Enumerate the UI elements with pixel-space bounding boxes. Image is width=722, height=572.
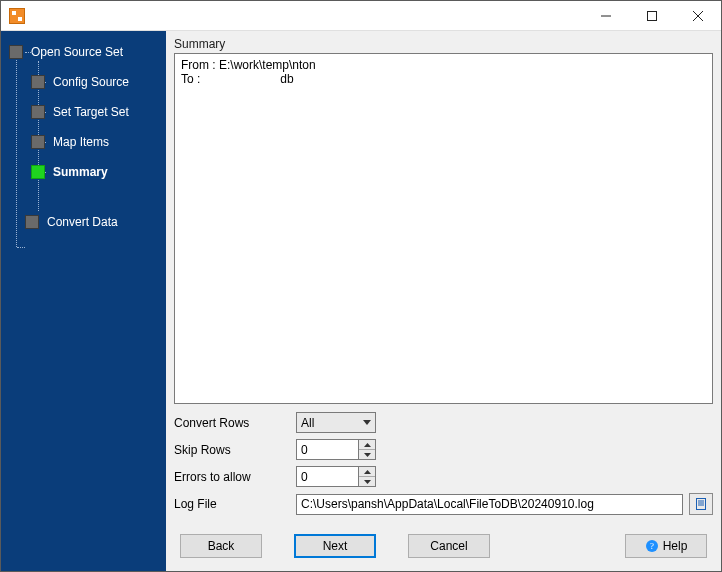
errors-allow-input[interactable]	[296, 466, 358, 487]
document-icon	[694, 497, 708, 511]
minimize-icon	[601, 11, 611, 21]
step-convert-data[interactable]: Convert Data	[1, 207, 166, 237]
logfile-label: Log File	[174, 497, 296, 511]
convert-rows-value: All	[297, 416, 359, 430]
browse-logfile-button[interactable]	[689, 493, 713, 515]
next-button[interactable]: Next	[294, 534, 376, 558]
close-button[interactable]	[675, 1, 721, 31]
step-box-icon	[31, 165, 45, 179]
step-open-source-set[interactable]: Open Source Set	[1, 37, 166, 67]
cancel-button[interactable]: Cancel	[408, 534, 490, 558]
svg-text:?: ?	[650, 541, 654, 551]
close-icon	[693, 11, 703, 21]
errors-allow-spinner[interactable]	[296, 466, 376, 487]
svg-rect-1	[648, 11, 657, 20]
step-set-target-set[interactable]: Set Target Set	[1, 97, 166, 127]
step-label: Config Source	[53, 75, 129, 89]
minimize-button[interactable]	[583, 1, 629, 31]
step-label: Convert Data	[47, 215, 118, 229]
app-window: Open Source Set Config Source Set Target…	[0, 0, 722, 572]
wizard-button-bar: Back Next Cancel ? Help	[166, 521, 721, 571]
help-button[interactable]: ? Help	[625, 534, 707, 558]
chevron-down-icon	[359, 413, 375, 432]
step-label: Open Source Set	[31, 45, 123, 59]
help-icon: ?	[645, 539, 659, 553]
skip-rows-label: Skip Rows	[174, 443, 296, 457]
step-box-icon	[9, 45, 23, 59]
app-icon	[9, 8, 25, 24]
back-button[interactable]: Back	[180, 534, 262, 558]
step-box-icon	[31, 135, 45, 149]
wizard-sidebar: Open Source Set Config Source Set Target…	[1, 31, 166, 571]
svg-rect-4	[697, 499, 706, 510]
logfile-input[interactable]	[296, 494, 683, 515]
step-label: Summary	[53, 165, 108, 179]
spin-up-icon[interactable]	[359, 467, 375, 476]
maximize-button[interactable]	[629, 1, 675, 31]
summary-textarea[interactable]: From : E:\work\temp\nton To : db	[174, 53, 713, 404]
errors-allow-label: Errors to allow	[174, 470, 296, 484]
step-summary[interactable]: Summary	[1, 157, 166, 187]
summary-label: Summary	[166, 31, 721, 53]
maximize-icon	[647, 11, 657, 21]
step-map-items[interactable]: Map Items	[1, 127, 166, 157]
step-box-icon	[25, 215, 39, 229]
skip-rows-input[interactable]	[296, 439, 358, 460]
step-box-icon	[31, 75, 45, 89]
convert-rows-label: Convert Rows	[174, 416, 296, 430]
spin-down-icon[interactable]	[359, 449, 375, 459]
main-panel: Summary From : E:\work\temp\nton To : db…	[166, 31, 721, 571]
step-label: Set Target Set	[53, 105, 129, 119]
step-config-source[interactable]: Config Source	[1, 67, 166, 97]
convert-rows-select[interactable]: All	[296, 412, 376, 433]
options-form: Convert Rows All Skip Rows	[166, 412, 721, 521]
titlebar	[1, 1, 721, 31]
spin-up-icon[interactable]	[359, 440, 375, 449]
step-label: Map Items	[53, 135, 109, 149]
spin-down-icon[interactable]	[359, 476, 375, 486]
skip-rows-spinner[interactable]	[296, 439, 376, 460]
step-box-icon	[31, 105, 45, 119]
